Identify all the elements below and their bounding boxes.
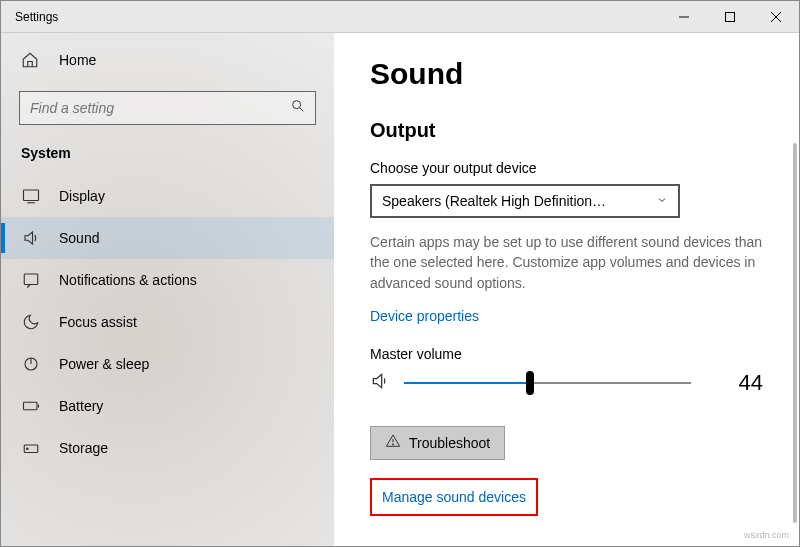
svg-line-5: [300, 108, 304, 112]
output-help-text: Certain apps may be set up to use differ…: [370, 232, 763, 293]
sidebar-item-power-sleep[interactable]: Power & sleep: [1, 343, 334, 385]
master-volume-label: Master volume: [370, 346, 763, 362]
notifications-icon: [21, 270, 41, 290]
sidebar-item-battery[interactable]: Battery: [1, 385, 334, 427]
sidebar-item-label: Display: [59, 188, 105, 204]
volume-slider[interactable]: [404, 373, 691, 393]
sidebar-item-label: Power & sleep: [59, 356, 149, 372]
display-icon: [21, 186, 41, 206]
troubleshoot-button[interactable]: Troubleshoot: [370, 426, 505, 460]
watermark: wsxdn.com: [744, 530, 789, 540]
manage-devices-highlight: Manage sound devices: [370, 478, 538, 516]
focus-assist-icon: [21, 312, 41, 332]
search-input[interactable]: [19, 91, 316, 125]
sidebar: Home System Display Sound: [1, 33, 334, 546]
titlebar: Settings: [1, 1, 799, 33]
sidebar-item-label: Battery: [59, 398, 103, 414]
manage-sound-devices-link[interactable]: Manage sound devices: [382, 489, 526, 505]
dropdown-value: Speakers (Realtek High Definition…: [382, 193, 656, 209]
category-title: System: [21, 145, 314, 161]
minimize-button[interactable]: [661, 1, 707, 33]
sidebar-item-focus-assist[interactable]: Focus assist: [1, 301, 334, 343]
svg-rect-1: [726, 12, 735, 21]
battery-icon: [21, 396, 41, 416]
device-properties-link[interactable]: Device properties: [370, 308, 479, 324]
maximize-button[interactable]: [707, 1, 753, 33]
sound-icon: [21, 228, 41, 248]
close-button[interactable]: [753, 1, 799, 33]
sidebar-item-sound[interactable]: Sound: [1, 217, 334, 259]
page-title: Sound: [370, 57, 763, 91]
slider-thumb[interactable]: [526, 371, 534, 395]
sidebar-item-display[interactable]: Display: [1, 175, 334, 217]
choose-output-label: Choose your output device: [370, 160, 763, 176]
content-pane: Sound Output Choose your output device S…: [334, 33, 799, 546]
sidebar-item-label: Storage: [59, 440, 108, 456]
window-title: Settings: [15, 10, 58, 24]
sidebar-item-label: Sound: [59, 230, 99, 246]
sidebar-item-label: Focus assist: [59, 314, 137, 330]
svg-rect-6: [24, 190, 39, 201]
svg-rect-8: [24, 274, 38, 285]
svg-point-16: [392, 444, 393, 445]
svg-point-4: [293, 101, 301, 109]
power-icon: [21, 354, 41, 374]
slider-fill: [404, 382, 530, 384]
warning-icon: [385, 433, 401, 452]
troubleshoot-label: Troubleshoot: [409, 435, 490, 451]
svg-point-14: [27, 448, 29, 450]
sidebar-item-label: Notifications & actions: [59, 272, 197, 288]
sidebar-item-notifications[interactable]: Notifications & actions: [1, 259, 334, 301]
home-icon: [21, 51, 39, 69]
home-row[interactable]: Home: [1, 51, 334, 69]
output-device-dropdown[interactable]: Speakers (Realtek High Definition…: [370, 184, 680, 218]
section-output-title: Output: [370, 119, 763, 142]
volume-icon[interactable]: [370, 371, 390, 395]
volume-value: 44: [739, 370, 763, 396]
sidebar-item-storage[interactable]: Storage: [1, 427, 334, 469]
home-label: Home: [59, 52, 96, 68]
chevron-down-icon: [656, 193, 668, 209]
search-icon: [290, 98, 306, 118]
scrollbar[interactable]: [793, 143, 797, 523]
storage-icon: [21, 438, 41, 458]
svg-rect-11: [24, 402, 38, 410]
